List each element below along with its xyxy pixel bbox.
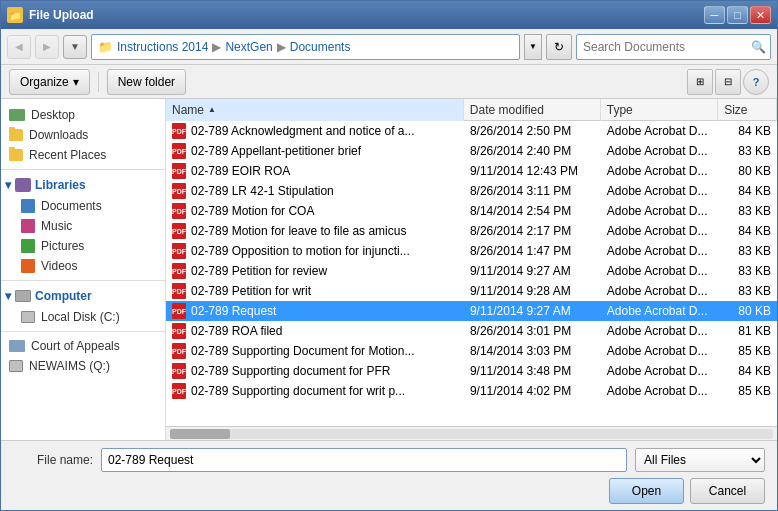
sidebar-item-court[interactable]: Court of Appeals bbox=[1, 336, 165, 356]
file-size-cell: 81 KB bbox=[718, 324, 777, 338]
back-button[interactable]: ◀ bbox=[7, 35, 31, 59]
file-name: 02-789 EOIR ROA bbox=[191, 164, 290, 178]
new-folder-button[interactable]: New folder bbox=[107, 69, 186, 95]
table-row[interactable]: PDF02-789 Petition for writ9/11/2014 9:2… bbox=[166, 281, 777, 301]
file-name: 02-789 Petition for writ bbox=[191, 284, 311, 298]
breadcrumb: 📁 Instructions 2014 ▶ NextGen ▶ Document… bbox=[91, 34, 520, 60]
breadcrumb-instructions[interactable]: Instructions 2014 bbox=[117, 40, 208, 54]
pdf-icon: PDF bbox=[172, 203, 186, 219]
sidebar-label-newaims: NEWAIMS (Q:) bbox=[29, 359, 110, 373]
minimize-button[interactable]: ─ bbox=[704, 6, 725, 24]
table-row[interactable]: PDF02-789 Request9/11/2014 9:27 AMAdobe … bbox=[166, 301, 777, 321]
file-size-cell: 84 KB bbox=[718, 364, 777, 378]
search-button[interactable]: 🔍 bbox=[746, 35, 770, 59]
file-name-cell: PDF02-789 Petition for review bbox=[166, 263, 464, 279]
pdf-icon: PDF bbox=[172, 243, 186, 259]
col-header-date[interactable]: Date modified bbox=[464, 99, 601, 121]
toolbar: Organize ▾ New folder ⊞ ⊟ ? bbox=[1, 65, 777, 99]
sidebar-item-downloads[interactable]: Downloads bbox=[1, 125, 165, 145]
computer-icon bbox=[15, 290, 31, 302]
file-size-cell: 80 KB bbox=[718, 304, 777, 318]
table-row[interactable]: PDF02-789 Acknowledgment and notice of a… bbox=[166, 121, 777, 141]
pdf-icon: PDF bbox=[172, 343, 186, 359]
pictures-icon bbox=[21, 239, 35, 253]
view-pane-button[interactable]: ⊟ bbox=[715, 69, 741, 95]
filetype-select[interactable]: All Files bbox=[635, 448, 765, 472]
cancel-button[interactable]: Cancel bbox=[690, 478, 765, 504]
file-type-cell: Adobe Acrobat D... bbox=[601, 124, 718, 138]
filename-input[interactable] bbox=[101, 448, 627, 472]
pdf-icon: PDF bbox=[172, 383, 186, 399]
table-row[interactable]: PDF02-789 ROA filed8/26/2014 3:01 PMAdob… bbox=[166, 321, 777, 341]
file-name-cell: PDF02-789 Appellant-petitioner brief bbox=[166, 143, 464, 159]
file-date-cell: 8/26/2014 2:50 PM bbox=[464, 124, 601, 138]
sidebar-item-documents[interactable]: Documents bbox=[1, 196, 165, 216]
file-name-cell: PDF02-789 Supporting document for PFR bbox=[166, 363, 464, 379]
maximize-button[interactable]: □ bbox=[727, 6, 748, 24]
libraries-icon bbox=[15, 178, 31, 192]
open-button[interactable]: Open bbox=[609, 478, 684, 504]
table-row[interactable]: PDF02-789 Supporting Document for Motion… bbox=[166, 341, 777, 361]
sidebar-item-newaims[interactable]: NEWAIMS (Q:) bbox=[1, 356, 165, 376]
file-type-cell: Adobe Acrobat D... bbox=[601, 184, 718, 198]
file-name: 02-789 Supporting document for PFR bbox=[191, 364, 390, 378]
table-row[interactable]: PDF02-789 Motion for leave to file as am… bbox=[166, 221, 777, 241]
sidebar-div1 bbox=[1, 169, 165, 170]
col-header-type[interactable]: Type bbox=[601, 99, 718, 121]
table-row[interactable]: PDF02-789 Appellant-petitioner brief8/26… bbox=[166, 141, 777, 161]
file-date-cell: 8/26/2014 3:11 PM bbox=[464, 184, 601, 198]
recent-button[interactable]: ▼ bbox=[63, 35, 87, 59]
table-row[interactable]: PDF02-789 LR 42-1 Stipulation8/26/2014 3… bbox=[166, 181, 777, 201]
breadcrumb-documents[interactable]: Documents bbox=[290, 40, 351, 54]
file-name-cell: PDF02-789 LR 42-1 Stipulation bbox=[166, 183, 464, 199]
view-toggle-button[interactable]: ⊞ bbox=[687, 69, 713, 95]
sidebar-item-videos[interactable]: Videos bbox=[1, 256, 165, 276]
sidebar-item-pictures[interactable]: Pictures bbox=[1, 236, 165, 256]
sidebar-libraries-header[interactable]: ▾ Libraries bbox=[1, 174, 165, 196]
horizontal-scrollbar[interactable] bbox=[166, 426, 777, 440]
sidebar-label-documents: Documents bbox=[41, 199, 102, 213]
breadcrumb-dropdown[interactable]: ▼ bbox=[524, 34, 542, 60]
file-date-cell: 9/11/2014 9:27 AM bbox=[464, 304, 601, 318]
file-size-cell: 85 KB bbox=[718, 344, 777, 358]
file-type-cell: Adobe Acrobat D... bbox=[601, 204, 718, 218]
refresh-button[interactable]: ↻ bbox=[546, 34, 572, 60]
file-size-cell: 84 KB bbox=[718, 124, 777, 138]
forward-button[interactable]: ▶ bbox=[35, 35, 59, 59]
sidebar-item-local-disk[interactable]: Local Disk (C:) bbox=[1, 307, 165, 327]
bottom-bar: File name: All Files Open Cancel bbox=[1, 440, 777, 510]
file-name: 02-789 LR 42-1 Stipulation bbox=[191, 184, 334, 198]
file-size-cell: 84 KB bbox=[718, 184, 777, 198]
table-row[interactable]: PDF02-789 EOIR ROA9/11/2014 12:43 PMAdob… bbox=[166, 161, 777, 181]
help-button[interactable]: ? bbox=[743, 69, 769, 95]
sidebar-item-music[interactable]: Music bbox=[1, 216, 165, 236]
file-name-cell: PDF02-789 Motion for leave to file as am… bbox=[166, 223, 464, 239]
window-title: File Upload bbox=[29, 8, 94, 22]
file-date-cell: 8/26/2014 3:01 PM bbox=[464, 324, 601, 338]
breadcrumb-nextgen[interactable]: NextGen bbox=[225, 40, 272, 54]
table-row[interactable]: PDF02-789 Petition for review9/11/2014 9… bbox=[166, 261, 777, 281]
main-content: Desktop Downloads Recent Places ▾ Librar… bbox=[1, 99, 777, 440]
h-scroll-thumb bbox=[170, 429, 230, 439]
sidebar-item-recent[interactable]: Recent Places bbox=[1, 145, 165, 165]
table-row[interactable]: PDF02-789 Opposition to motion for injun… bbox=[166, 241, 777, 261]
sidebar-computer-header[interactable]: ▾ Computer bbox=[1, 285, 165, 307]
file-date-cell: 8/14/2014 3:03 PM bbox=[464, 344, 601, 358]
col-header-size[interactable]: Size bbox=[718, 99, 777, 121]
table-row[interactable]: PDF02-789 Supporting document for writ p… bbox=[166, 381, 777, 401]
table-row[interactable]: PDF02-789 Motion for COA8/14/2014 2:54 P… bbox=[166, 201, 777, 221]
table-row[interactable]: PDF02-789 Supporting document for PFR9/1… bbox=[166, 361, 777, 381]
organize-button[interactable]: Organize ▾ bbox=[9, 69, 90, 95]
pdf-icon: PDF bbox=[172, 183, 186, 199]
music-icon bbox=[21, 219, 35, 233]
search-input[interactable] bbox=[577, 40, 746, 54]
local-disk-icon bbox=[21, 311, 35, 323]
pdf-icon: PDF bbox=[172, 123, 186, 139]
close-button[interactable]: ✕ bbox=[750, 6, 771, 24]
file-name-cell: PDF02-789 ROA filed bbox=[166, 323, 464, 339]
col-header-name[interactable]: Name ▲ bbox=[166, 99, 464, 121]
file-date-cell: 8/26/2014 2:40 PM bbox=[464, 144, 601, 158]
sidebar-item-desktop[interactable]: Desktop bbox=[1, 105, 165, 125]
file-type-cell: Adobe Acrobat D... bbox=[601, 324, 718, 338]
file-name: 02-789 Motion for COA bbox=[191, 204, 314, 218]
